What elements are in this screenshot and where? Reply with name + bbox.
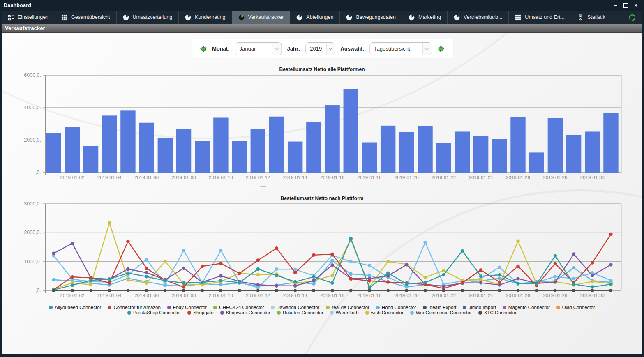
legend-item-allyouneed-connector[interactable]: Allyouneed Connector <box>49 305 101 310</box>
tab-einstellungen[interactable]: Einstellungen <box>2 11 55 24</box>
data-point <box>182 285 185 288</box>
x-axis-tick-label: 2019-01-14 <box>283 175 307 180</box>
legend-swatch <box>376 306 380 309</box>
tab-umsatzverteilung[interactable]: Umsatzverteilung <box>117 11 179 24</box>
app-window: Dashboard × EinstellungenGesamtübersicht… <box>0 0 644 357</box>
data-point <box>89 283 92 286</box>
x-axis-tick-label: 2019-01-30 <box>580 293 605 298</box>
data-point <box>349 260 353 263</box>
data-point <box>126 278 129 281</box>
tab-bar: EinstellungenGesamtübersichtUmsatzvertei… <box>2 11 642 24</box>
legend-swatch <box>330 311 334 315</box>
data-point <box>572 289 575 292</box>
data-point <box>256 289 259 292</box>
legend-item-shopgate[interactable]: Shopgate <box>187 310 213 315</box>
close-button[interactable]: × <box>632 2 639 9</box>
legend-item-idealo-export[interactable]: Idealo Export <box>423 305 457 310</box>
bar-2019-01-06 <box>139 123 154 173</box>
tab-gesamt-bersicht[interactable]: Gesamtübersicht <box>55 11 116 24</box>
view-select[interactable]: Tagesübersicht <box>369 42 432 55</box>
data-point <box>145 267 148 270</box>
x-axis-tick-label: 2019-01-18 <box>358 175 382 180</box>
data-point <box>312 275 315 279</box>
data-point <box>312 289 315 292</box>
tab-label: Bewegungsdaten <box>356 14 396 20</box>
minimize-button[interactable] <box>612 2 619 9</box>
y-axis-tick-label: 2000,0. <box>24 137 41 143</box>
data-point <box>461 281 464 284</box>
data-point <box>386 280 390 283</box>
next-period-button[interactable] <box>437 45 445 53</box>
legend-item-xtc-connector[interactable]: XTC Connector <box>478 310 517 315</box>
tab-bewegungsdaten[interactable]: Bewegungsdaten <box>340 11 402 24</box>
data-point <box>201 265 204 268</box>
tab-vertriebsmitarb[interactable]: Vertriebsmitarb... <box>448 11 509 24</box>
data-point <box>535 289 538 292</box>
legend-item-wish-connector[interactable]: wish Connector <box>365 310 404 315</box>
data-point <box>331 289 334 292</box>
data-point <box>591 280 594 283</box>
legend-item-shopware-connector[interactable]: Shopware Connector <box>220 310 270 315</box>
bar-2019-01-25 <box>492 139 507 173</box>
legend-item-woocommerce-connector[interactable]: WooCommerce Connector <box>410 310 472 315</box>
x-axis-tick-label: 2019-01-08 <box>172 175 196 180</box>
legend-label: WooCommerce Connector <box>416 310 472 315</box>
data-point <box>275 289 278 292</box>
legend-item-magento-connector[interactable]: Magento Connector <box>503 305 550 310</box>
legend-item-dawanda-connector[interactable]: Dawanda Connector <box>271 305 320 310</box>
data-point <box>535 282 538 286</box>
data-point <box>330 263 334 267</box>
tab-statistik[interactable]: Statistik <box>571 11 612 24</box>
year-select-value: 2019 <box>306 46 326 52</box>
x-axis-tick-label: 2019-01-24 <box>469 175 493 180</box>
data-point <box>479 268 482 272</box>
legend-item-connector-f-r-amazon[interactable]: Connector für Amazon <box>108 305 160 310</box>
tab-abteilungen[interactable]: Abteilungen <box>290 11 340 24</box>
legend-item-hood-connector[interactable]: Hood Connector <box>376 305 416 310</box>
month-select[interactable]: Januar <box>235 42 282 55</box>
x-axis-tick-label: 2019-01-02 <box>60 293 84 298</box>
legend-item-jimdo-import[interactable]: Jimdo Import <box>463 305 496 310</box>
data-point <box>423 276 427 279</box>
legend-item-rakuten-connector[interactable]: Rakuten Connector <box>277 310 323 315</box>
data-point <box>52 251 55 255</box>
data-point <box>52 278 55 281</box>
data-point <box>126 240 129 243</box>
pie-chart-icon <box>238 14 245 21</box>
bar-2019-01-30 <box>585 131 600 173</box>
y-axis-tick-label: 3000,0. <box>24 201 41 207</box>
bar-2019-01-18 <box>362 143 377 173</box>
tab-verkaufstracker[interactable]: Verkaufstracker <box>232 11 291 24</box>
data-point <box>127 289 129 292</box>
tab-kundenrating[interactable]: Kundenrating <box>179 11 232 24</box>
previous-period-button[interactable] <box>199 45 207 53</box>
legend-item-warenkorb[interactable]: Warenkorb <box>330 310 359 315</box>
bar-2019-01-17 <box>344 89 358 173</box>
data-point <box>219 249 222 252</box>
legend-swatch <box>108 306 111 309</box>
legend-item-prestashop-connector[interactable]: PrestaShop Connector <box>127 310 181 315</box>
data-point <box>275 284 278 288</box>
x-axis-tick-label: 2019-01-14 <box>283 293 307 298</box>
legend-swatch <box>423 306 427 309</box>
refresh-button[interactable] <box>622 11 642 24</box>
x-axis-tick-label: 2019-01-20 <box>395 175 419 180</box>
tab-marketing[interactable]: Marketing <box>402 11 448 24</box>
data-point <box>423 241 427 244</box>
data-point <box>256 286 260 289</box>
tab-umsatz-und-ert[interactable]: Umsatz und Ert... <box>509 11 571 24</box>
year-select[interactable]: 2019 <box>305 42 335 55</box>
legend-item-check24-connector[interactable]: CHECK24 Connector <box>213 305 264 310</box>
x-axis-tick-label: 2019-01-04 <box>97 293 122 298</box>
legend-swatch <box>220 311 224 315</box>
bar-2019-01-08 <box>176 129 191 173</box>
maximize-button[interactable] <box>622 2 629 9</box>
legend-item-real-de-connector[interactable]: real.de Connector <box>326 305 369 310</box>
period-controls: Monat: Januar Jahr: 2019 Auswahl: Tagesü… <box>191 39 453 58</box>
data-point <box>164 279 167 282</box>
legend-item-ebay-connector[interactable]: Ebay Connector <box>167 305 207 310</box>
data-point <box>126 272 129 275</box>
legend-item-oxid-connector[interactable]: Oxid Connector <box>556 305 595 310</box>
data-point <box>609 263 612 266</box>
data-point <box>405 289 408 292</box>
